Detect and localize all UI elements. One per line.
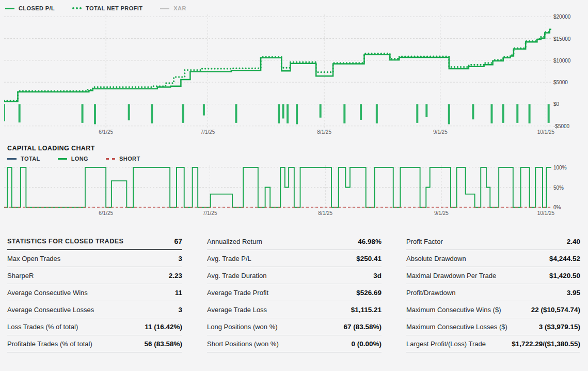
stat-row-average-trade-profit: Average Trade Profit$526.69	[207, 284, 382, 301]
loss-bar	[425, 104, 427, 117]
stat-row-absolute-drawdown: Absolute Drawdown$4,244.52	[406, 250, 580, 267]
stats-column-drawdown: Profit Factor2.40Absolute Drawdown$4,244…	[406, 233, 580, 352]
y-tick-label: $20000	[553, 14, 570, 20]
stat-value: 3.95	[567, 289, 580, 297]
y-tick-label: $15000	[553, 36, 570, 42]
stat-value: $250.41	[356, 255, 382, 262]
loss-bar	[472, 104, 474, 119]
stat-label: Avg. Trade Duration	[207, 272, 266, 280]
total-net-profit-line	[4, 28, 551, 101]
x-tick-label: 6/1/25	[90, 210, 121, 216]
loss-bar	[416, 104, 418, 122]
stat-label: Long Positions (won %)	[207, 323, 278, 331]
stat-value: $1,115.21	[351, 306, 382, 314]
stat-row-profitable-trades-of-total: Profitable Trades (% of total)56 (83.58%…	[7, 335, 182, 352]
legend-item-long[interactable]: LONG	[58, 156, 88, 162]
x-tick-label: 9/1/25	[426, 210, 457, 216]
loss-bar	[182, 104, 184, 122]
stat-row-largest-profit-loss-trade: Largest Profit/(Loss) Trade$1,722.29/($1…	[406, 335, 580, 352]
stat-label: Average Consecutive Wins	[7, 289, 88, 297]
stat-row-statistics-for-closed-trades: STATISTICS FOR CLOSED TRADES67	[7, 233, 182, 250]
stat-value: 46.98%	[358, 238, 382, 245]
stat-value: 2.23	[169, 272, 182, 280]
legend-swatch-closed-p-l-icon	[5, 8, 14, 9]
stat-label: Max Open Trades	[7, 255, 60, 262]
capital-chart-legend: TOTALLONGSHORT	[0, 152, 588, 165]
stat-row-maximum-consecutive-wins: Maximum Consecutive Wins ($)22 ($10,574.…	[406, 301, 580, 318]
loss-bar	[282, 104, 284, 118]
x-tick-label: 7/1/25	[195, 210, 226, 216]
legend-swatch-xar-icon	[160, 8, 169, 9]
equity-chart-x-axis: 6/1/257/1/258/1/259/1/2510/1/25	[4, 128, 588, 136]
legend-item-total-net-profit[interactable]: TOTAL NET PROFIT	[72, 5, 142, 11]
stat-value: 67 (83.58%)	[343, 323, 382, 331]
legend-label: TOTAL NET PROFIT	[86, 5, 142, 11]
stat-label: Maximum Consecutive Wins ($)	[406, 306, 501, 314]
x-tick-label: 8/1/25	[310, 210, 341, 216]
loss-bar	[278, 104, 280, 123]
capital-loading-chart: 100%50%0% 6/1/257/1/258/1/259/1/2510/1/2…	[4, 165, 588, 218]
stat-label: Largest Profit/(Loss) Trade	[406, 340, 486, 348]
loss-bar	[296, 104, 298, 124]
stat-label: Average Consecutive Losses	[7, 306, 94, 314]
stat-row-long-positions-won: Long Positions (won %)67 (83.58%)	[207, 318, 382, 335]
stat-label: Absolute Drawdown	[406, 255, 466, 262]
stat-value: 67	[174, 237, 182, 245]
stat-value: 3	[178, 255, 182, 262]
stat-label: Loss Trades (% of total)	[7, 323, 78, 331]
stat-label: Maximum Consecutive Losses ($)	[406, 323, 507, 331]
stat-value: $1,420.50	[549, 272, 580, 280]
legend-item-closed-p-l[interactable]: CLOSED P/L	[5, 5, 55, 11]
legend-item-short[interactable]: SHORT	[106, 156, 140, 162]
equity-chart: $20000$15000$10000$5000$0-$5000 6/1/257/…	[4, 14, 588, 136]
stat-row-loss-trades-of-total: Loss Trades (% of total)11 (16.42%)	[7, 318, 182, 335]
loss-bar	[82, 104, 84, 122]
stat-row-maximal-drawdown-per-trade: Maximal Drawdown Per Trade$1,420.50	[406, 267, 580, 284]
stat-row-average-consecutive-wins: Average Consecutive Wins11	[7, 284, 182, 301]
stat-value: 11 (16.42%)	[145, 323, 182, 331]
loss-bar	[448, 104, 450, 124]
stat-label: Annualized Return	[207, 238, 262, 245]
legend-item-xar[interactable]: XAR	[160, 5, 186, 11]
y-tick-label: 100%	[553, 165, 567, 171]
stats-column-returns: Annualized Return46.98%Avg. Trade P/L$25…	[207, 233, 382, 352]
legend-swatch-total-icon	[7, 158, 17, 160]
stat-label: Average Trade Loss	[207, 306, 267, 314]
loss-bar	[128, 104, 130, 120]
capital-loading-title: CAPITAL LOADING CHART	[7, 145, 588, 152]
x-tick-label: 6/1/25	[90, 129, 121, 135]
loss-bar	[516, 104, 518, 122]
y-tick-label: $0	[553, 101, 559, 107]
loss-bar	[376, 104, 378, 123]
stat-row-average-trade-loss: Average Trade Loss$1,115.21	[207, 301, 382, 318]
stat-label: Short Positions (won %)	[207, 340, 279, 348]
loss-bar	[548, 104, 550, 122]
x-tick-label: 10/1/25	[530, 129, 561, 135]
y-tick-label: $5000	[553, 80, 568, 85]
legend-item-total[interactable]: TOTAL	[7, 156, 40, 162]
x-tick-label: 7/1/25	[192, 129, 223, 135]
stat-row-average-consecutive-losses: Average Consecutive Losses3	[7, 301, 182, 318]
stat-row-sharper: SharpeR2.23	[7, 267, 182, 284]
x-tick-label: 9/1/25	[425, 129, 456, 135]
stat-row-avg-trade-p-l: Avg. Trade P/L$250.41	[207, 250, 382, 267]
stat-value: 3	[178, 306, 182, 314]
stat-row-avg-trade-duration: Avg. Trade Duration3d	[207, 267, 382, 284]
x-tick-label: 8/1/25	[309, 129, 340, 135]
stat-row-maximum-consecutive-losses: Maximum Consecutive Losses ($)3 ($3,979.…	[406, 318, 580, 335]
loss-bar	[19, 104, 21, 122]
y-tick-label: $10000	[553, 58, 570, 64]
legend-label: SHORT	[119, 156, 140, 162]
legend-label: LONG	[71, 156, 88, 162]
stat-label: Profit/Drawdown	[406, 289, 455, 297]
stat-value: $4,244.52	[549, 255, 580, 262]
legend-label: CLOSED P/L	[19, 5, 55, 11]
stat-value: 22 ($10,574.74)	[531, 306, 580, 314]
stat-row-profit-drawdown: Profit/Drawdown3.95	[406, 284, 580, 301]
legend-swatch-short-icon	[106, 158, 115, 160]
loss-bar	[490, 104, 492, 123]
stat-row-max-open-trades: Max Open Trades3	[7, 250, 182, 267]
loss-bar	[529, 104, 531, 123]
stat-value: 2.40	[567, 238, 580, 245]
loss-bar	[151, 104, 153, 123]
